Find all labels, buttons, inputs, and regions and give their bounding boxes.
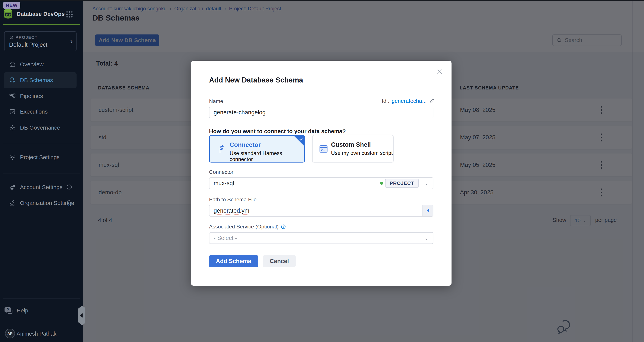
close-icon[interactable] — [436, 68, 443, 75]
sidebar-item-db-governance[interactable]: DB Governance — [4, 120, 76, 135]
app-title: Database DevOps — [16, 11, 65, 17]
organization-settings-icon — [9, 200, 16, 206]
project-eyebrow-label: PROJECT — [16, 35, 38, 40]
chat-support-icon[interactable] — [555, 318, 572, 335]
sidebar-item-overview[interactable]: Overview — [4, 57, 76, 71]
path-value: generated.yml — [210, 207, 250, 214]
cube-icon — [9, 35, 14, 40]
sidebar-item-label: Project Settings — [20, 154, 60, 160]
project-name: Default Project — [9, 41, 47, 48]
help-label: Help — [16, 307, 28, 314]
connect-question: How do you want to connect to your data … — [209, 128, 346, 134]
sidebar-collapse-handle[interactable] — [78, 306, 85, 325]
path-input-box[interactable]: generated.yml — [209, 205, 434, 217]
id-label: Id : — [382, 98, 389, 104]
sidebar-item-db-schemas[interactable]: DB Schemas — [4, 72, 76, 88]
connector-label: Connector — [209, 169, 234, 175]
id-row: Id : generatecha... — [382, 98, 434, 104]
project-selector[interactable]: PROJECT Default Project › — [4, 31, 76, 51]
help-chat-icon: ? — [4, 307, 12, 314]
add-db-schema-modal: Add New Database Schema Name Id : genera… — [191, 61, 452, 286]
info-icon[interactable] — [66, 184, 72, 190]
user-avatar[interactable]: AP — [5, 329, 15, 339]
sidebar-divider — [3, 173, 80, 173]
add-schema-button[interactable]: Add Schema — [209, 255, 258, 267]
user-name[interactable]: Animesh Pathak — [16, 331, 56, 337]
service-value: - Select - — [210, 235, 237, 241]
service-select[interactable]: - Select - ⌄ — [209, 232, 434, 244]
service-label-row: Associated Service (Optional) — [209, 224, 286, 230]
sidebar-item-label: DB Schemas — [20, 77, 53, 83]
pin-icon — [425, 208, 430, 214]
home-icon — [9, 61, 16, 68]
connector-status-dot — [380, 182, 383, 185]
service-label: Associated Service (Optional) — [209, 224, 279, 230]
sidebar-item-account-settings[interactable]: Account Settings — [4, 180, 76, 194]
name-label: Name — [209, 98, 223, 104]
chevron-down-icon: ⌄ — [424, 180, 428, 186]
path-label: Path to Schema File — [209, 197, 256, 203]
name-input[interactable] — [210, 109, 433, 116]
option-subtitle: Use standard Harness connector — [230, 150, 304, 162]
sidebar-item-label: DB Governance — [20, 124, 60, 131]
sidebar-item-label: Account Settings — [20, 184, 62, 190]
sidebar-item-label: Executions — [20, 108, 48, 115]
chevron-down-icon: ⌄ — [424, 235, 428, 241]
harness-database-devops-logo — [3, 8, 14, 19]
sidebar-divider — [3, 298, 80, 299]
app-switcher-grid-icon[interactable] — [66, 11, 72, 17]
sidebar: NEW Database DevOps PROJECT Default Proj… — [0, 0, 83, 342]
connector-scope-badge: PROJECT — [385, 179, 419, 188]
new-badge: NEW — [3, 2, 20, 9]
account-settings-icon — [9, 184, 16, 191]
selected-check-ribbon — [294, 135, 304, 146]
option-card-custom-shell[interactable]: Custom Shell Use my own custom script — [312, 135, 394, 163]
gear-icon — [9, 154, 16, 161]
cancel-button[interactable]: Cancel — [263, 255, 296, 267]
info-icon[interactable] — [66, 200, 72, 206]
brand-divider — [3, 24, 80, 25]
db-schemas-icon — [9, 77, 16, 84]
connector-branch-icon — [217, 144, 227, 154]
sidebar-item-pipelines[interactable]: Pipelines — [4, 89, 76, 103]
governance-icon — [9, 124, 16, 131]
sidebar-item-organization-settings[interactable]: Organization Settings — [4, 196, 76, 210]
pipelines-icon — [9, 93, 16, 99]
option-subtitle: Use my own custom script — [331, 150, 393, 156]
chevron-right-icon: › — [70, 37, 73, 45]
terminal-icon — [318, 144, 328, 154]
id-value-link[interactable]: generatecha... — [392, 98, 427, 104]
sidebar-item-label: Overview — [20, 61, 44, 68]
option-title: Custom Shell — [331, 141, 371, 148]
pin-button[interactable] — [422, 205, 433, 216]
option-title: Connector — [230, 141, 261, 148]
connector-value: mux-sql — [210, 180, 234, 187]
sidebar-divider — [3, 144, 80, 144]
sidebar-item-project-settings[interactable]: Project Settings — [4, 150, 76, 164]
option-card-connector[interactable]: Connector Use standard Harness connector — [209, 135, 305, 163]
executions-icon — [9, 108, 16, 115]
edit-pencil-icon[interactable] — [429, 98, 434, 104]
window-top-edge — [0, 0, 644, 1]
modal-title: Add New Database Schema — [209, 76, 303, 84]
sidebar-item-label: Organization Settings — [20, 200, 74, 206]
sidebar-item-label: Pipelines — [20, 93, 43, 99]
help-button[interactable]: ? Help — [4, 307, 28, 314]
connector-select[interactable]: mux-sql PROJECT ⌄ — [209, 177, 434, 189]
name-input-box — [209, 107, 434, 118]
sidebar-item-executions[interactable]: Executions — [4, 104, 76, 119]
info-icon[interactable] — [281, 224, 286, 229]
modal-actions: Add Schema Cancel — [209, 255, 296, 267]
